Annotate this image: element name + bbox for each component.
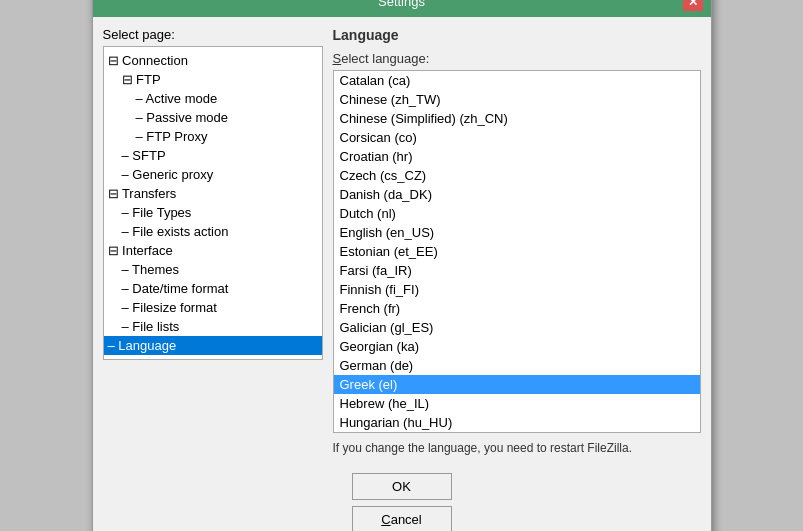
select-page-label: Select page: — [103, 27, 323, 42]
tree-item-file_exists_action[interactable]: – File exists action — [104, 222, 322, 241]
list-item[interactable]: Estonian (et_EE) — [334, 242, 700, 261]
ok-button[interactable]: OK — [352, 473, 452, 500]
hint-text: If you change the language, you need to … — [333, 441, 701, 455]
language-list[interactable]: Catalan (ca)Chinese (zh_TW)Chinese (Simp… — [334, 71, 700, 432]
tree-item-language[interactable]: – Language — [104, 336, 322, 355]
list-item[interactable]: English (en_US) — [334, 223, 700, 242]
tree-item-ftp[interactable]: ⊟ FTP — [104, 70, 322, 89]
tree-item-generic_proxy[interactable]: – Generic proxy — [104, 165, 322, 184]
section-title: Language — [333, 27, 701, 43]
list-item[interactable]: Hebrew (he_IL) — [334, 394, 700, 413]
list-item[interactable]: Chinese (zh_TW) — [334, 90, 700, 109]
list-item[interactable]: Croatian (hr) — [334, 147, 700, 166]
list-item[interactable]: German (de) — [334, 356, 700, 375]
list-item[interactable]: Corsican (co) — [334, 128, 700, 147]
tree-item-datetime_format[interactable]: – Date/time format — [104, 279, 322, 298]
tree-item-ftp_proxy[interactable]: – FTP Proxy — [104, 127, 322, 146]
tree-item-interface[interactable]: ⊟ Interface — [104, 241, 322, 260]
tree-item-file_lists[interactable]: – File lists — [104, 317, 322, 336]
language-list-container: Catalan (ca)Chinese (zh_TW)Chinese (Simp… — [333, 70, 701, 433]
list-item[interactable]: Catalan (ca) — [334, 71, 700, 90]
list-item[interactable]: Chinese (Simplified) (zh_CN) — [334, 109, 700, 128]
tree-item-passive_mode[interactable]: – Passive mode — [104, 108, 322, 127]
dialog-body: Select page: ⊟ Connection⊟ FTP– Active m… — [93, 17, 711, 465]
dialog-title: Settings — [121, 0, 683, 9]
tree-panel: ⊟ Connection⊟ FTP– Active mode– Passive … — [103, 46, 323, 360]
left-panel: Select page: ⊟ Connection⊟ FTP– Active m… — [103, 27, 323, 455]
list-item[interactable]: Georgian (ka) — [334, 337, 700, 356]
tree-item-transfers[interactable]: ⊟ Transfers — [104, 184, 322, 203]
list-item[interactable]: French (fr) — [334, 299, 700, 318]
tree-item-filesize_format[interactable]: – Filesize format — [104, 298, 322, 317]
title-bar: Settings ✕ — [93, 0, 711, 17]
list-item[interactable]: Farsi (fa_IR) — [334, 261, 700, 280]
tree-item-connection[interactable]: ⊟ Connection — [104, 51, 322, 70]
select-language-label: Select language: — [333, 51, 701, 66]
list-item[interactable]: Dutch (nl) — [334, 204, 700, 223]
tree-scroll[interactable]: ⊟ Connection⊟ FTP– Active mode– Passive … — [104, 47, 322, 359]
cancel-button[interactable]: Cancel — [352, 506, 452, 532]
list-item[interactable]: Danish (da_DK) — [334, 185, 700, 204]
tree-item-sftp[interactable]: – SFTP — [104, 146, 322, 165]
dialog-footer: OK Cancel — [93, 465, 711, 532]
tree-item-themes[interactable]: – Themes — [104, 260, 322, 279]
right-panel: Language Select language: Catalan (ca)Ch… — [333, 27, 701, 455]
list-item[interactable]: Czech (cs_CZ) — [334, 166, 700, 185]
close-button[interactable]: ✕ — [683, 0, 703, 11]
list-item[interactable]: Galician (gl_ES) — [334, 318, 700, 337]
list-item[interactable]: Hungarian (hu_HU) — [334, 413, 700, 432]
tree-item-active_mode[interactable]: – Active mode — [104, 89, 322, 108]
tree-item-file_types[interactable]: – File Types — [104, 203, 322, 222]
list-item[interactable]: Greek (el) — [334, 375, 700, 394]
list-item[interactable]: Finnish (fi_FI) — [334, 280, 700, 299]
settings-dialog: Settings ✕ Select page: ⊟ Connection⊟ FT… — [92, 0, 712, 531]
